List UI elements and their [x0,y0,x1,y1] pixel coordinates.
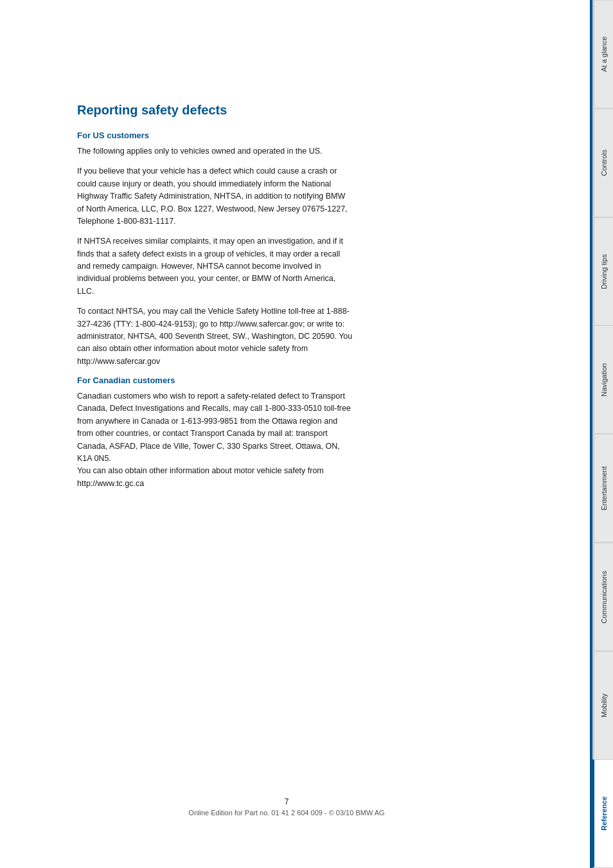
page-container: Reporting safety defects For US customer… [0,0,613,868]
footer-text: Online Edition for Part no. 01 41 2 604 … [0,809,573,817]
sidebar-tab-entertainment[interactable]: Entertainment [592,434,613,543]
sidebar-tab-driving-tips[interactable]: Driving tips [592,217,613,326]
us-paragraph-1: The following applies only to vehicles o… [77,145,353,158]
page-title: Reporting safety defects [77,103,554,118]
canadian-paragraph-1: Canadian customers who wish to report a … [77,390,353,490]
us-section-heading: For US customers [77,131,554,140]
footer: 7 Online Edition for Part no. 01 41 2 60… [0,797,573,817]
sidebar-tab-reference[interactable]: Reference [592,759,613,868]
sidebar-tab-communications[interactable]: Communications [592,543,613,651]
sidebar-tab-navigation[interactable]: Navigation [592,325,613,434]
main-content: Reporting safety defects For US customer… [0,0,592,868]
us-paragraph-4: To contact NHTSA, you may call the Vehic… [77,305,353,368]
sidebar-tab-at-a-glance[interactable]: At a glance [592,0,613,109]
sidebar: At a glanceControlsDriving tipsNavigatio… [592,0,613,868]
canadian-section-heading: For Canadian customers [77,375,554,385]
us-paragraph-2: If you believe that your vehicle has a d… [77,165,353,228]
sidebar-tab-mobility[interactable]: Mobility [592,651,613,760]
sidebar-tab-controls[interactable]: Controls [592,109,613,217]
us-paragraph-3: If NHTSA receives similar complaints, it… [77,235,353,298]
page-number: 7 [0,797,573,806]
